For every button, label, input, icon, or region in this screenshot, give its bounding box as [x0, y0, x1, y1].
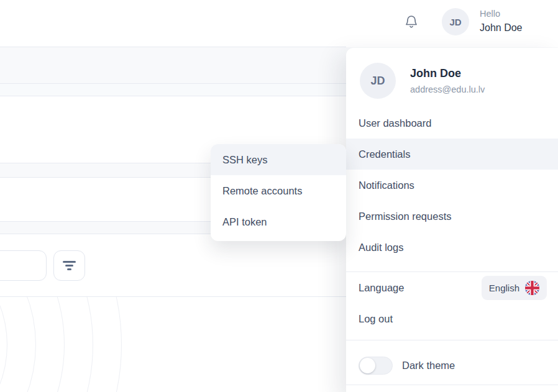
dark-theme-row: Dark theme — [346, 346, 558, 385]
profile-header: JD John Doe address@edu.lu.lv — [360, 63, 485, 99]
menu-item-notifications[interactable]: Notifications — [346, 170, 558, 201]
credentials-submenu: SSH keys Remote accounts API token — [211, 144, 346, 241]
divider — [346, 340, 558, 340]
dark-theme-label: Dark theme — [402, 360, 455, 371]
dark-theme-toggle[interactable] — [359, 357, 393, 375]
submenu-item-remote-accounts[interactable]: Remote accounts — [211, 175, 346, 206]
avatar: JD — [360, 63, 396, 99]
greeting: Hello John Doe — [480, 9, 523, 34]
top-bar: JD Hello John Doe — [0, 0, 558, 47]
bell-icon[interactable] — [403, 13, 420, 30]
search-input[interactable] — [0, 250, 47, 281]
language-label: Language — [359, 282, 404, 294]
profile-name: John Doe — [410, 67, 485, 80]
greeting-hello: Hello — [480, 9, 523, 19]
menu-item-permission-requests[interactable]: Permission requests — [346, 201, 558, 232]
menu-item-audit-logs[interactable]: Audit logs — [346, 232, 558, 263]
menu-item-credentials[interactable]: Credentials — [346, 139, 558, 170]
menu-item-logout[interactable]: Log out — [346, 303, 558, 334]
toggle-knob — [360, 358, 375, 373]
submenu-item-ssh-keys[interactable]: SSH keys — [211, 144, 346, 175]
language-selector-badge[interactable]: English — [482, 276, 547, 300]
decorative-arcs — [0, 297, 346, 392]
submenu-item-api-token[interactable]: API token — [211, 206, 346, 237]
filter-icon — [63, 261, 76, 270]
user-dropdown-menu: JD John Doe address@edu.lu.lv User dashb… — [346, 48, 558, 392]
uk-flag-icon — [525, 281, 539, 295]
avatar[interactable]: JD — [442, 8, 469, 35]
dropdown-menu-list: User dashboard Credentials Notifications… — [346, 107, 558, 263]
language-value: English — [489, 283, 519, 293]
menu-item-user-dashboard[interactable]: User dashboard — [346, 107, 558, 139]
menu-item-language[interactable]: Language English — [346, 272, 558, 303]
filter-button[interactable] — [53, 250, 85, 281]
greeting-name: John Doe — [480, 22, 523, 34]
profile-email: address@edu.lu.lv — [410, 84, 485, 94]
divider — [346, 385, 558, 385]
